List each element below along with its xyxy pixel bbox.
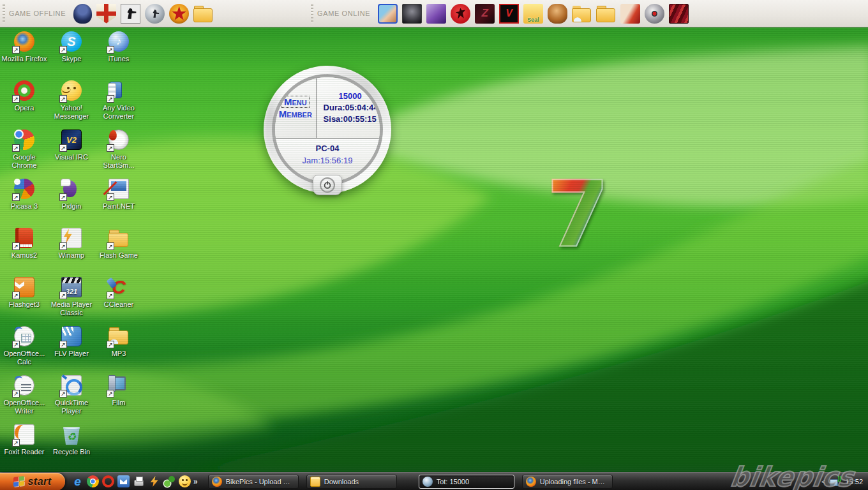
quick-launch-overflow-chevron[interactable]: » [193, 477, 198, 486]
taskbar-clock: 15:52 [845, 478, 863, 486]
icon-wrapper [13, 31, 35, 52]
menu-button[interactable]: Menu [281, 96, 310, 108]
crusader-shield-icon[interactable] [96, 4, 116, 24]
internet-explorer-icon[interactable] [71, 475, 84, 487]
desktop-icon-nero-startsm[interactable]: Nero StartSm... [96, 129, 142, 170]
taskbar-task-bikepics-upload-pho[interactable]: BikePics - Upload Pho... [208, 475, 299, 489]
vindictus-icon[interactable] [499, 4, 519, 24]
desktop-icon-flash-game[interactable]: Flash Game [96, 227, 142, 260]
desktop-icon-label: Flash Game [96, 251, 142, 260]
knight-helmet-icon[interactable] [73, 4, 92, 24]
billing-widget[interactable]: Menu Member 15000 Dura:05:04:44 Sisa:00:… [264, 66, 391, 193]
warcraft-face-icon[interactable] [402, 4, 422, 24]
printer-icon[interactable] [133, 475, 145, 487]
point-blank-icon[interactable] [620, 4, 640, 24]
toolbar-drag-handle[interactable] [311, 4, 313, 22]
shortcut-arrow-icon [107, 144, 114, 152]
taskbar-task-downloads[interactable]: Downloads [306, 475, 397, 489]
desktop-icon-opera[interactable]: Opera [1, 80, 47, 112]
desktop-icon-foxit-reader[interactable]: Foxit Reader [1, 424, 47, 456]
counter-strike-cz-icon[interactable] [145, 4, 165, 24]
shortcut-arrow-icon [59, 95, 67, 103]
quick-launch-bar [71, 475, 191, 487]
games-folder-icon[interactable] [596, 4, 616, 24]
seal-online-icon[interactable] [523, 4, 543, 24]
audition-girl-icon[interactable] [378, 4, 398, 24]
desktop-icon-kamus2[interactable]: Kamus2 [1, 227, 47, 260]
email-icon[interactable] [117, 475, 130, 487]
icon-wrapper [61, 227, 82, 249]
con-disc-icon[interactable] [645, 4, 664, 24]
taskbar-task-tot-15000[interactable]: Tot: 15000 [419, 475, 514, 489]
shared-folder-icon[interactable] [572, 4, 592, 24]
task-label: Uploading files - Mozill... [540, 478, 606, 486]
ayodance-icon[interactable] [451, 4, 470, 24]
power-button[interactable] [320, 177, 335, 193]
icon-wrapper [108, 31, 130, 52]
game-offline-group: GAME OFFLINE [0, 0, 218, 27]
desktop-icon-label: Mozilla Firefox [1, 55, 47, 63]
messenger-icon[interactable] [163, 475, 176, 487]
desktop-icon-label: Any Video Converter [96, 104, 142, 121]
shortcut-arrow-icon [12, 46, 20, 54]
desktop-icon-itunes[interactable]: iTunes [96, 31, 142, 63]
desktop-icon-media-player-classic[interactable]: Media Player Classic [49, 276, 94, 317]
desktop-icon-label: Opera [1, 104, 47, 112]
toolbar-drag-handle[interactable] [3, 4, 5, 22]
taskbar: start » BikePics - Upload Pho... Downloa… [0, 472, 868, 490]
icon-wrapper [13, 424, 35, 445]
shortcut-arrow-icon [12, 439, 20, 447]
desktop-icon-quicktime-player[interactable]: QuickTime Player [49, 375, 94, 415]
shortcut-arrow-icon [107, 341, 114, 348]
shortcut-arrow-icon [12, 292, 20, 299]
desktop-icon-ccleaner[interactable]: CCleaner [96, 276, 142, 309]
desktop-icon-label: Visual IRC [49, 153, 94, 161]
start-button[interactable]: start [0, 473, 65, 490]
desktop-icon-openoffice-writer[interactable]: OpenOffice... Writer [1, 375, 47, 415]
desktop-icon-recycle-bin[interactable]: Recycle Bin [49, 424, 94, 456]
red-alert-icon[interactable] [169, 4, 189, 24]
winamp-icon[interactable] [148, 475, 160, 487]
idate-purple-icon[interactable] [426, 4, 446, 24]
rf-online-icon[interactable] [548, 4, 567, 24]
desktop-icon-label: Picasa 3 [1, 202, 47, 211]
icon-wrapper [61, 31, 82, 52]
shortcut-arrow-icon [12, 390, 20, 397]
taskbar-task-uploading-files-mozill[interactable]: Uploading files - Mozill... [522, 475, 613, 489]
desktop-icon-mp3[interactable]: MP3 [96, 325, 142, 358]
opera-icon[interactable] [102, 475, 114, 487]
desktop-icon-winamp[interactable]: Winamp [49, 227, 94, 260]
desktop-icon-google-chrome[interactable]: Google Chrome [1, 129, 47, 170]
desktop-icon-mozilla-firefox[interactable]: Mozilla Firefox [1, 31, 47, 63]
yahoo-icon[interactable] [179, 475, 191, 487]
games-folder-icon[interactable] [193, 4, 213, 24]
desktop-icon-film[interactable]: Film [96, 375, 142, 407]
network-icon[interactable] [830, 477, 841, 486]
desktop-icon-skype[interactable]: Skype [49, 31, 94, 63]
pc-name: PC-04 [316, 144, 340, 153]
shortcut-arrow-icon [59, 46, 67, 54]
lost-saga-icon[interactable] [475, 4, 495, 24]
desktop-icon-flashget3[interactable]: Flashget3 [1, 276, 47, 309]
chrome-icon[interactable] [87, 475, 99, 487]
desktop-icon-pidgin[interactable]: Pidgin [49, 178, 94, 211]
shortcut-arrow-icon [59, 242, 67, 250]
shortcut-arrow-icon [59, 144, 67, 152]
desktop-icon-picasa-3[interactable]: Picasa 3 [1, 178, 47, 211]
desktop-icon-label: Kamus2 [1, 251, 47, 260]
member-button[interactable]: Member [279, 109, 312, 120]
desktop-icon-visual-irc[interactable]: Visual IRC [49, 129, 94, 161]
desktop-icon-flv-player[interactable]: FLV Player [49, 325, 94, 358]
tray-collapse-chevron[interactable]: < [821, 478, 825, 486]
red-anime-icon[interactable] [669, 4, 689, 24]
icon-wrapper [61, 80, 82, 101]
desktop-icon-any-video-converter[interactable]: Any Video Converter [96, 80, 142, 121]
desktop-icon-openoffice-calc[interactable]: OpenOffice... Calc [1, 325, 47, 366]
counter-strike-icon[interactable] [121, 4, 140, 24]
desktop-icon-paint-net[interactable]: Paint.NET [96, 178, 142, 211]
desktop-icon-yahoo-messenger[interactable]: Yahoo! Messenger [49, 80, 94, 121]
taskbar-tasks: BikePics - Upload Pho... Downloads Tot: … [198, 475, 613, 489]
icon-wrapper [13, 129, 35, 151]
icon-wrapper [108, 375, 130, 396]
task-label: Tot: 15000 [437, 478, 469, 486]
